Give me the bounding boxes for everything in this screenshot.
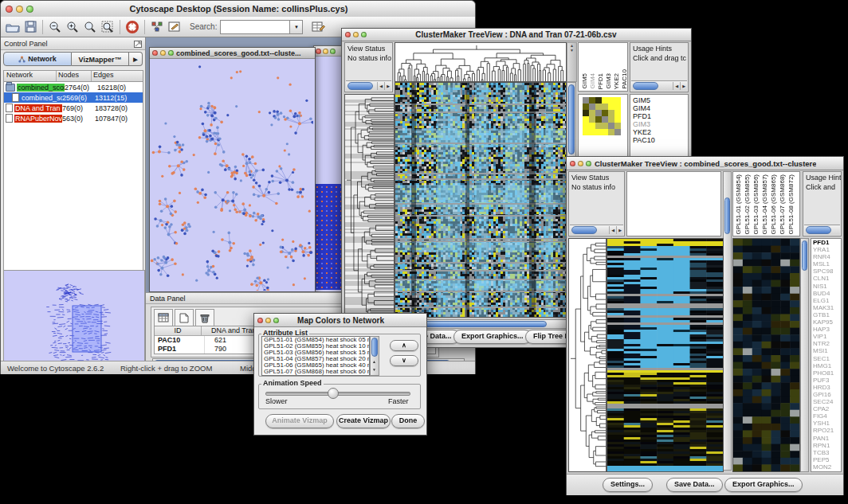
tv2-gene-label[interactable]: GTB1 [813, 311, 841, 318]
move-down-button[interactable]: ∨ [390, 355, 418, 366]
create-vizmap-button[interactable]: Create Vizmap [336, 414, 391, 428]
tv1-heatmap[interactable] [395, 82, 567, 318]
window-controls[interactable] [6, 6, 33, 13]
minimize-button[interactable] [353, 32, 359, 37]
data-col-id[interactable]: ID [155, 326, 202, 335]
tv2-gene-label[interactable]: MSI1 [813, 347, 841, 354]
tv2-gene-label[interactable]: FIG4 [813, 412, 841, 420]
annotation-icon[interactable] [166, 19, 183, 35]
close-button[interactable] [6, 6, 13, 13]
tv2-gene-label[interactable]: PUF3 [813, 377, 841, 384]
delete-attribute-icon[interactable] [195, 309, 214, 326]
network-canvas[interactable] [150, 59, 313, 291]
animation-slider-thumb[interactable] [328, 388, 339, 399]
dialog-title-bar[interactable]: Map Colors to Network [254, 314, 426, 327]
done-button[interactable]: Done [391, 414, 425, 428]
zoom-button[interactable] [361, 32, 367, 37]
more-tabs-button[interactable]: ▶ [129, 52, 143, 66]
tv1-row-label[interactable]: GIM5 [633, 96, 688, 104]
table-edit-icon[interactable] [309, 19, 327, 35]
tab-network[interactable]: Network [3, 52, 72, 66]
tv2-gene-label[interactable]: PAN1 [813, 435, 841, 442]
select-attributes-icon[interactable] [154, 309, 173, 326]
export-graphics-button[interactable]: Export Graphics... [453, 330, 532, 344]
attribute-item[interactable]: GPL51-07 (GSM868) heat shock 60 min [262, 369, 369, 375]
tv2-gene-label[interactable]: YRA1 [813, 246, 841, 253]
zoom-button[interactable] [586, 161, 591, 166]
tab-vizmapper[interactable]: VizMapper™ [72, 52, 129, 66]
col-header-edges[interactable]: Edges [92, 71, 143, 81]
network-window-1[interactable]: combined_scores_good.txt--cluste... [149, 47, 316, 292]
tv2-gene-label[interactable]: NTR2 [813, 340, 841, 347]
scroll-down-icon[interactable]: ▼ [372, 367, 376, 372]
minimize-button[interactable] [16, 6, 23, 13]
tv2-gene-label[interactable]: NIS1 [813, 283, 841, 290]
tv2-gene-label[interactable]: MAK31 [813, 304, 841, 311]
main-title-bar[interactable]: Cytoscape Desktop (Session Name: collins… [1, 1, 475, 18]
close-button[interactable] [316, 49, 321, 54]
animate-vizmap-button[interactable]: Animate Vizmap [265, 414, 334, 428]
tv2-gene-label[interactable]: CPA2 [813, 405, 841, 412]
tv2-heatmap[interactable] [607, 238, 724, 472]
settings-button[interactable]: Settings... [603, 478, 653, 492]
tv2-gene-label[interactable]: SEC24 [813, 398, 841, 405]
tv2-gene-label[interactable]: ELG1 [813, 297, 841, 304]
tv2-gene-label[interactable]: SEC1 [813, 355, 841, 362]
col-header-nodes[interactable]: Nodes [57, 71, 92, 81]
minimize-button[interactable] [578, 161, 583, 166]
zoom-button[interactable] [26, 6, 33, 13]
tv2-gene-label[interactable]: HMG1 [813, 362, 841, 369]
close-button[interactable] [570, 161, 575, 166]
move-up-button[interactable]: ∧ [390, 340, 418, 351]
zoom-in-icon[interactable] [64, 19, 81, 35]
create-attribute-icon[interactable] [175, 309, 194, 326]
scroll-left-icon[interactable]: ◀ [673, 82, 680, 90]
col-header-network[interactable]: Network [4, 71, 57, 81]
tv2-gene-label[interactable]: RNR4 [813, 253, 841, 260]
tv1-row-label[interactable]: GIM3 [633, 120, 688, 128]
zoom-selected-icon[interactable] [81, 19, 99, 35]
tv2-row-dendrogram[interactable] [568, 238, 607, 472]
vizmapper-icon[interactable] [148, 19, 166, 35]
tv1-status-hscroll[interactable]: ◀ ▶ [346, 80, 391, 91]
tv2-gene-label[interactable]: RPN1 [813, 442, 841, 449]
attribute-list-vscroll[interactable]: ▲ ▼ [370, 336, 379, 376]
network-table-row[interactable]: combined_scores2764(0)16218(0) [4, 82, 143, 92]
tv2-hints-hscroll[interactable] [804, 225, 840, 235]
save-data-button[interactable]: Save Data... [666, 478, 723, 492]
tv2-gene-label[interactable]: SPC98 [813, 268, 841, 275]
search-dropdown-button[interactable]: ▼ [290, 20, 303, 34]
tv1-row-label[interactable]: PAC10 [633, 136, 688, 144]
tv2-gene-label[interactable]: HAP3 [813, 326, 841, 333]
minimize-button[interactable] [160, 50, 166, 56]
zoom-button[interactable] [168, 50, 174, 56]
tv2-gene-label[interactable]: MSL1 [813, 260, 841, 268]
tv1-hints-hscroll[interactable]: ◀ ▶ [631, 80, 687, 91]
tv1-column-dendrogram[interactable] [395, 42, 567, 82]
help-icon[interactable] [124, 19, 141, 35]
search-input[interactable] [220, 20, 290, 34]
network-overview[interactable] [3, 270, 145, 369]
tv2-gene-label[interactable]: VIP1 [813, 333, 841, 340]
tv2-gene-label[interactable]: PFD1 [813, 239, 841, 246]
float-panel-icon[interactable] [134, 37, 142, 51]
tv2-gene-label[interactable]: RPO21 [813, 427, 841, 434]
scroll-left-icon[interactable]: ◀ [377, 82, 384, 90]
minimize-button[interactable] [265, 318, 271, 323]
tv2-gene-label[interactable]: KAP95 [813, 318, 841, 326]
treeview2-title-bar[interactable]: ClusterMaker TreeView : combined_scores_… [567, 157, 843, 170]
scroll-left-icon[interactable]: ◀ [609, 226, 616, 234]
tv2-zoom-heatmap[interactable] [732, 238, 800, 472]
zoom-button[interactable] [273, 318, 279, 323]
save-icon[interactable] [22, 19, 39, 35]
scroll-up-icon[interactable]: ▲ [372, 359, 376, 364]
tv2-gene-label[interactable]: PEP5 [813, 456, 841, 463]
network-table-row[interactable]: DNA and Tran 07769(0)183728(0) [4, 103, 143, 113]
tv2-gene-label[interactable]: GPI16 [813, 391, 841, 398]
tv2-gene-label[interactable]: CLN1 [813, 275, 841, 282]
treeview1-title-bar[interactable]: ClusterMaker TreeView : DNA and Tran 07-… [342, 29, 691, 41]
close-button[interactable] [345, 32, 351, 37]
tv1-mini-heatmap[interactable] [583, 97, 621, 135]
scroll-right-icon[interactable]: ▶ [616, 226, 623, 234]
attribute-list[interactable]: GPL51-01 (GSM854) heat shock 05 minGPL51… [261, 336, 370, 376]
